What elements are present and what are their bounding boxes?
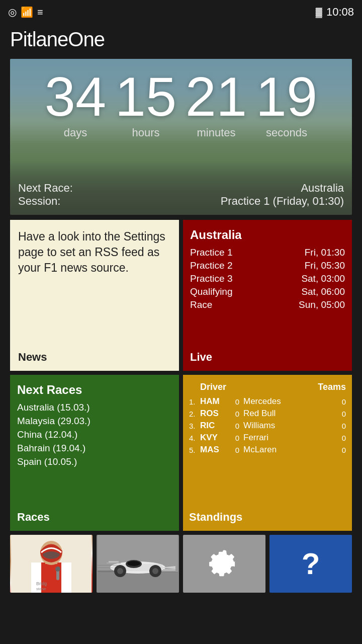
minutes-value: 21 — [181, 69, 251, 124]
status-icons: ◎ 📶 ≡ — [8, 6, 43, 18]
live-sessions: Practice 1 Fri, 01:30 Practice 2 Fri, 05… — [190, 247, 345, 312]
standings-row-2: 3. RIC 0 Williams 0 — [189, 421, 346, 431]
hero-left: Next Race: Session: — [18, 182, 73, 208]
session-time-3: Sat, 06:00 — [301, 286, 345, 297]
seconds-label: seconds — [251, 126, 322, 139]
session-time-1: Fri, 05:30 — [305, 260, 345, 271]
status-bar: ◎ 📶 ≡ ▓ 10:08 — [0, 0, 362, 24]
live-session-row-2: Practice 3 Sat, 03:00 — [190, 273, 345, 284]
races-tile-title: Next Races — [17, 383, 172, 397]
driver-header: Driver — [200, 382, 226, 392]
race-row-0: Australia (15.03.) — [17, 402, 172, 413]
app-title-bar: PitlaneOne — [0, 24, 362, 59]
race-row-1: Malaysia (29.03.) — [17, 416, 172, 427]
svg-text:Bridg: Bridg — [36, 581, 47, 586]
svg-rect-27 — [98, 565, 118, 566]
help-tile[interactable]: ? — [269, 535, 352, 593]
standings-row-1: 2. ROS 0 Red Bull 0 — [189, 409, 346, 419]
session-label: Session: — [18, 195, 73, 208]
session-name-4: Race — [190, 299, 212, 310]
teams-header: Teams — [318, 382, 346, 392]
race-row-3: Bahrain (19.04.) — [17, 443, 172, 454]
app-name: PitlaneOne — [10, 28, 105, 50]
days-value: 34 — [40, 69, 111, 124]
settings-tile[interactable] — [183, 535, 265, 593]
live-session-row-0: Practice 1 Fri, 01:30 — [190, 247, 345, 258]
news-tile-label: News — [18, 351, 171, 364]
help-icon: ? — [302, 546, 320, 581]
svg-point-26 — [152, 568, 158, 574]
svg-rect-19 — [163, 569, 175, 571]
next-race-value: Australia — [221, 182, 344, 195]
clock: 10:08 — [326, 6, 354, 19]
driver-photo-1-svg: Bridg stone — [10, 535, 93, 593]
countdown-seconds: 19 seconds — [251, 69, 322, 139]
svg-rect-21 — [109, 561, 119, 562]
countdown-box: 34 days 15 hours 21 minutes 19 seconds — [40, 69, 322, 139]
hero-info: Next Race: Session: Australia Practice 1… — [10, 177, 352, 215]
live-session-row-4: Race Sun, 05:00 — [190, 299, 345, 310]
next-race-label: Next Race: — [18, 182, 73, 195]
standings-row-4: 5. MAS 0 McLaren 0 — [189, 445, 346, 455]
session-name-1: Practice 2 — [190, 260, 232, 271]
races-tile-label: Races — [17, 506, 172, 524]
wifi-icon: 📶 — [21, 6, 33, 18]
status-right: ▓ 10:08 — [316, 6, 354, 19]
svg-rect-22 — [107, 562, 121, 564]
session-name-2: Practice 3 — [190, 273, 232, 284]
race-row-2: China (12.04.) — [17, 429, 172, 440]
svg-rect-20 — [160, 571, 178, 572]
session-value: Practice 1 (Friday, 01:30) — [221, 195, 344, 208]
standings-row-3: 4. KVY 0 Ferrari 0 — [189, 433, 346, 443]
hours-value: 15 — [111, 69, 181, 124]
days-label: days — [40, 126, 111, 139]
races-tile[interactable]: Next Races Australia (15.03.) Malaysia (… — [10, 375, 179, 531]
hours-label: hours — [111, 126, 181, 139]
hero-right: Australia Practice 1 (Friday, 01:30) — [221, 182, 344, 208]
live-tile-title: Australia — [190, 228, 345, 242]
driver-photo-1-tile[interactable]: Bridg stone — [10, 535, 93, 593]
svg-point-18 — [127, 561, 140, 566]
minutes-label: minutes — [181, 126, 251, 139]
session-name-0: Practice 1 — [190, 247, 232, 258]
f1-car-photo-tile[interactable] — [97, 535, 179, 593]
hero-banner: 34 days 15 hours 21 minutes 19 seconds N… — [10, 59, 352, 215]
live-session-row-3: Qualifying Sat, 06:00 — [190, 286, 345, 297]
countdown-minutes: 21 minutes — [181, 69, 251, 139]
signal-icon: ≡ — [37, 7, 43, 18]
app-icon: ◎ — [8, 6, 17, 18]
standings-row-0: 1. HAM 0 Mercedes 0 — [189, 396, 346, 407]
gear-icon — [208, 548, 240, 580]
session-time-4: Sun, 05:00 — [299, 299, 345, 310]
live-tile-label: Live — [190, 345, 345, 364]
session-time-2: Sat, 03:00 — [301, 273, 345, 284]
race-row-4: Spain (10.05.) — [17, 456, 172, 467]
svg-rect-28 — [98, 568, 113, 568]
tiles-grid: Have a look into the Settings page to se… — [10, 220, 352, 531]
f1-car-svg — [97, 535, 179, 593]
standings-header: Driver Teams — [189, 382, 346, 392]
battery-icon: ▓ — [316, 7, 322, 18]
live-tile[interactable]: Australia Practice 1 Fri, 01:30 Practice… — [183, 220, 352, 371]
standings-tile[interactable]: Driver Teams 1. HAM 0 Mercedes 0 2. ROS … — [183, 375, 352, 531]
svg-point-8 — [55, 567, 60, 572]
seconds-value: 19 — [251, 69, 322, 124]
news-tile[interactable]: Have a look into the Settings page to se… — [10, 220, 179, 371]
session-name-3: Qualifying — [190, 286, 233, 297]
standings-rows: 1. HAM 0 Mercedes 0 2. ROS 0 Red Bull 0 … — [189, 396, 346, 457]
countdown-hours: 15 hours — [111, 69, 181, 139]
bottom-tiles-row: Bridg stone — [10, 535, 352, 593]
session-time-0: Fri, 01:30 — [305, 247, 345, 258]
races-list: Australia (15.03.) Malaysia (29.03.) Chi… — [17, 402, 172, 470]
countdown-days: 34 days — [40, 69, 111, 139]
live-session-row-1: Practice 2 Fri, 05:30 — [190, 260, 345, 271]
svg-rect-4 — [61, 562, 71, 593]
svg-point-24 — [117, 568, 123, 574]
svg-text:stone: stone — [36, 587, 46, 591]
news-text: Have a look into the Settings page to se… — [18, 229, 171, 276]
standings-tile-label: Standings — [189, 507, 346, 524]
